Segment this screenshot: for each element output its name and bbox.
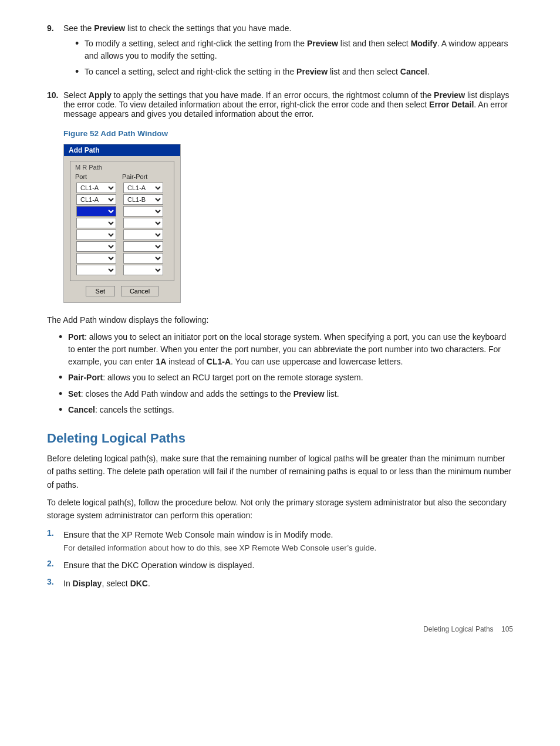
path-table: Port Pair-Port CL1-A CL1-A CL1-A CL1-B — [75, 173, 169, 276]
step-10-content: Select Apply to apply the settings that … — [63, 90, 513, 119]
footer-page: 105 — [501, 625, 513, 633]
footer-text: Deleting Logical Paths — [423, 625, 493, 633]
bullet-text-2: To cancel a setting, select and right-cl… — [85, 66, 513, 79]
pair-select[interactable] — [123, 241, 163, 252]
pair-cell — [122, 217, 169, 229]
bullet-item-set: • Set: closes the Add Path window and ad… — [59, 388, 513, 401]
bullet-icon: • — [75, 38, 85, 62]
set-button[interactable]: Set — [86, 286, 115, 296]
window-buttons: Set Cancel — [70, 286, 174, 296]
del-step-2-text: Ensure that the DKC Operation window is … — [63, 561, 254, 570]
col-pair-header: Pair-Port — [122, 173, 169, 182]
bullet-text-port: Port: allows you to select an initiator … — [68, 331, 513, 368]
section-heading: Deleting Logical Paths — [47, 431, 513, 446]
table-row: CL1-A CL1-A — [75, 182, 169, 194]
table-row — [75, 217, 169, 229]
bullet-icon: • — [59, 404, 68, 417]
del-step-2: 2. Ensure that the DKC Operation window … — [47, 559, 513, 572]
pair-cell — [122, 264, 169, 276]
pair-select[interactable] — [123, 218, 163, 228]
pair-select[interactable]: CL1-A — [123, 183, 163, 193]
port-select[interactable] — [76, 253, 116, 264]
add-path-bullets: • Port: allows you to select an initiato… — [59, 331, 513, 417]
del-step-1-sub: For detailed information about how to do… — [63, 542, 513, 554]
pair-cell — [122, 229, 169, 241]
port-cell — [75, 241, 122, 252]
col-port-header: Port — [75, 173, 122, 182]
port-cell — [75, 252, 122, 264]
bullet-item: • To modify a setting, select and right-… — [75, 38, 513, 62]
port-cell: CL1-A — [75, 194, 122, 205]
cancel-button[interactable]: Cancel — [121, 286, 158, 296]
section-para-2: To delete logical path(s), follow the pr… — [47, 496, 513, 522]
port-cell — [75, 205, 122, 217]
port-select-selected[interactable] — [76, 206, 116, 217]
bullet-text-cancel: Cancel: cancels the settings. — [68, 404, 513, 417]
step-9-num: 9. — [47, 23, 63, 83]
pair-cell: CL1-B — [122, 194, 169, 205]
port-select[interactable]: CL1-A — [76, 183, 116, 193]
step-9-bullets: • To modify a setting, select and right-… — [75, 38, 513, 79]
mr-path-label: M R Path — [75, 164, 169, 171]
step-10: 10. Select Apply to apply the settings t… — [47, 90, 513, 119]
bullet-item-pair-port: • Pair-Port: allows you to select an RCU… — [59, 372, 513, 384]
bullet-text-set: Set: closes the Add Path window and adds… — [68, 388, 513, 401]
port-select[interactable] — [76, 265, 116, 275]
bullet-item-cancel: • Cancel: cancels the settings. — [59, 404, 513, 417]
figure-caption: Figure 52 Add Path Window — [63, 129, 513, 138]
mr-path-group: M R Path Port Pair-Port CL1-A CL1-A — [70, 161, 174, 281]
del-step-3-num: 3. — [47, 577, 63, 590]
step-9-content: See the Preview list to check the settin… — [63, 23, 513, 83]
window-body: M R Path Port Pair-Port CL1-A CL1-A — [64, 156, 180, 302]
del-step-2-num: 2. — [47, 559, 63, 572]
port-select[interactable] — [76, 229, 116, 240]
pair-cell: CL1-A — [122, 182, 169, 194]
del-steps-list: 1. Ensure that the XP Remote Web Console… — [47, 528, 513, 590]
pair-cell — [122, 205, 169, 217]
bullet-icon: • — [59, 388, 68, 401]
del-step-1-num: 1. — [47, 528, 63, 555]
pair-select[interactable] — [123, 265, 163, 275]
add-path-window: Add Path M R Path Port Pair-Port CL1-A — [63, 144, 181, 303]
table-row — [75, 264, 169, 276]
bullet-icon: • — [59, 331, 68, 368]
port-cell: CL1-A — [75, 182, 122, 194]
bullet-icon: • — [59, 372, 68, 384]
step-10-num: 10. — [47, 90, 63, 119]
port-select[interactable] — [76, 241, 116, 252]
step-9: 9. See the Preview list to check the set… — [47, 23, 513, 83]
footer: Deleting Logical Paths 105 — [47, 625, 513, 633]
window-titlebar: Add Path — [64, 144, 180, 156]
table-row — [75, 229, 169, 241]
pair-select[interactable] — [123, 229, 163, 240]
bullet-text-pair-port: Pair-Port: allows you to select an RCU t… — [68, 372, 513, 384]
del-step-1-content: Ensure that the XP Remote Web Console ma… — [63, 528, 513, 555]
pair-cell — [122, 252, 169, 264]
window-title: Add Path — [69, 146, 100, 154]
bullet-item-port: • Port: allows you to select an initiato… — [59, 331, 513, 368]
table-row: CL1-A CL1-B — [75, 194, 169, 205]
port-cell — [75, 264, 122, 276]
step-10-text: Select Apply to apply the settings that … — [63, 90, 510, 119]
table-row — [75, 252, 169, 264]
section-para-1: Before deleting logical path(s), make su… — [47, 452, 513, 491]
figure-container: Add Path M R Path Port Pair-Port CL1-A — [63, 144, 513, 303]
add-path-description: The Add Path window displays the followi… — [47, 313, 513, 326]
del-step-2-content: Ensure that the DKC Operation window is … — [63, 559, 513, 572]
pair-select[interactable]: CL1-B — [123, 194, 163, 205]
step-9-text: See the Preview list to check the settin… — [63, 23, 291, 33]
pair-select[interactable] — [123, 253, 163, 264]
port-cell — [75, 217, 122, 229]
table-row — [75, 205, 169, 217]
bullet-text-1: To modify a setting, select and right-cl… — [85, 38, 513, 62]
del-step-1: 1. Ensure that the XP Remote Web Console… — [47, 528, 513, 555]
port-select[interactable] — [76, 218, 116, 228]
pair-select[interactable] — [123, 206, 163, 217]
bullet-icon: • — [75, 66, 85, 79]
bullet-item: • To cancel a setting, select and right-… — [75, 66, 513, 79]
port-cell — [75, 229, 122, 241]
del-step-3: 3. In Display, select DKC. — [47, 577, 513, 590]
table-row — [75, 241, 169, 252]
port-select[interactable]: CL1-A — [76, 194, 116, 205]
del-step-1-text: Ensure that the XP Remote Web Console ma… — [63, 530, 333, 539]
